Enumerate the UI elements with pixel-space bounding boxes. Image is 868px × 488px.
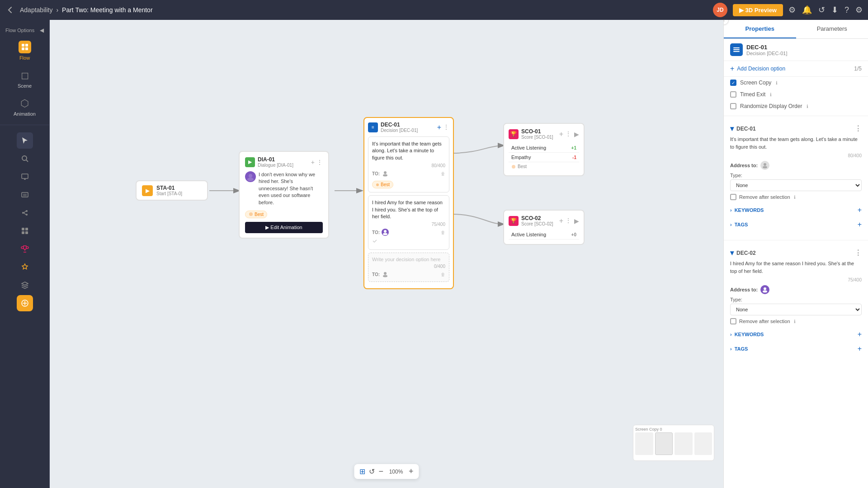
delete-opt1[interactable]: 🗑 xyxy=(441,171,445,176)
delete-opt3[interactable]: 🗑 xyxy=(441,272,445,277)
dec2-tags-expand[interactable]: › TAGS xyxy=(730,343,748,354)
score1-nav[interactable]: ▶ xyxy=(574,131,579,138)
layers-tool[interactable] xyxy=(17,277,33,293)
dec2-keywords-add[interactable]: + xyxy=(858,330,862,338)
dec1-header[interactable]: ▾ DEC-01 ⋮ xyxy=(730,124,862,133)
timed-exit-checkbox[interactable] xyxy=(730,91,736,98)
star-tool[interactable] xyxy=(17,259,33,275)
score-node-2[interactable]: 🏆 SCO-02 Score [SCO-02] + ⋮ ▶ Active Lis… xyxy=(503,210,585,245)
start-node[interactable]: ▶ STA-01 Start [STA-0] xyxy=(136,180,208,201)
randomize-info[interactable]: ℹ xyxy=(807,104,808,109)
randomize-checkbox[interactable] xyxy=(730,103,736,109)
dec1-title-row: ▾ DEC-01 xyxy=(730,124,756,133)
list-tool[interactable] xyxy=(17,187,33,203)
sidebar-item-scene[interactable]: ◻ Scene xyxy=(0,65,49,93)
svg-line-15 xyxy=(24,211,26,213)
decision-actions[interactable]: + ⋮ xyxy=(437,123,449,131)
score1-add[interactable]: + xyxy=(559,130,563,138)
branch-tool[interactable] xyxy=(17,205,33,221)
dec1-tags-expand[interactable]: › TAGS xyxy=(730,219,748,230)
preview-button[interactable]: ▶ 3D Preview xyxy=(733,4,783,16)
svg-point-36 xyxy=(384,272,387,275)
back-button[interactable] xyxy=(5,5,14,14)
add-decision-btn[interactable]: Add Decision option xyxy=(737,66,785,72)
search-tool[interactable] xyxy=(17,150,33,167)
screen-copy-info[interactable]: ℹ xyxy=(776,80,778,85)
add-decision-count: 1/5 xyxy=(854,66,862,72)
right-sidebar-tabs: Properties Parameters xyxy=(724,20,868,39)
decision-title: DEC-01 xyxy=(381,122,418,128)
dec1-keywords-icon: › xyxy=(730,207,732,213)
dec2-header[interactable]: ▾ DEC-02 ⋮ xyxy=(730,249,862,257)
sidebar-item-animation[interactable]: ⬡ Animation xyxy=(0,93,49,121)
grid-tool[interactable] xyxy=(17,223,33,239)
refresh-icon[interactable]: ↺ xyxy=(369,467,375,476)
tab-properties[interactable]: Properties xyxy=(724,20,796,38)
screen-tool[interactable] xyxy=(17,169,33,185)
svg-rect-39 xyxy=(733,47,740,48)
tab-parameters[interactable]: Parameters xyxy=(796,20,868,38)
dec1-keywords-row: › KEYWORDS + xyxy=(730,203,862,217)
screen-copy-checkbox[interactable]: ✓ xyxy=(730,80,736,86)
dec2-menu[interactable]: ⋮ xyxy=(854,249,862,257)
dialogue-actions[interactable]: + ⋮ xyxy=(311,159,323,166)
svg-point-13 xyxy=(26,210,28,212)
zoom-level: 100% xyxy=(387,469,405,475)
settings-icon[interactable]: ⚙ xyxy=(788,5,796,15)
dec2-tags-add[interactable]: + xyxy=(858,345,862,353)
menu-icon[interactable]: ⋮ xyxy=(316,159,323,166)
dec1-remove-info[interactable]: ℹ xyxy=(794,195,796,200)
zoom-out-btn[interactable]: − xyxy=(378,467,383,476)
help-icon[interactable]: ? xyxy=(844,5,849,15)
cursor-tool[interactable] xyxy=(17,132,33,149)
timed-exit-info[interactable]: ℹ xyxy=(770,92,772,97)
prop-node-sub: Decision [DEC-01] xyxy=(746,51,787,56)
decision-option-3[interactable]: Write your decision option here 0/400 TO… xyxy=(368,253,449,282)
dec1-toggle[interactable]: ▾ xyxy=(730,124,734,133)
score2-add[interactable]: + xyxy=(559,217,563,225)
sidebar-item-flow[interactable]: Flow xyxy=(0,36,49,65)
score1-actions[interactable]: + ⋮ xyxy=(559,130,571,138)
dec2-remove-checkbox[interactable] xyxy=(730,318,736,324)
gear-icon[interactable]: ⚙ xyxy=(855,5,863,15)
score-node-1[interactable]: 🏆 SCO-01 Score [SCO-01] + ⋮ ▶ Active Lis… xyxy=(503,123,585,176)
decision-node[interactable]: ≡ DEC-01 Decision [DEC-01] + ⋮ It's impo… xyxy=(363,117,454,289)
dec2-keywords-expand[interactable]: › KEYWORDS xyxy=(730,329,764,340)
dec1-type-select[interactable]: None xyxy=(730,179,862,191)
dec2-remove-info[interactable]: ℹ xyxy=(794,319,796,324)
score2-menu[interactable]: ⋮ xyxy=(565,217,571,225)
dec1-keywords-expand[interactable]: › KEYWORDS xyxy=(730,205,764,216)
dec1-keywords-add[interactable]: + xyxy=(858,206,862,214)
dec2-type-select[interactable]: None xyxy=(730,304,862,315)
dialogue-node[interactable]: ▶ DIA-01 Dialogue [DIA-01] + ⋮ I don't e… xyxy=(239,151,329,239)
connect-tool[interactable] xyxy=(17,295,33,311)
decision-add-icon[interactable]: + xyxy=(437,123,441,131)
dec1-type-label: Type: xyxy=(730,173,862,178)
decision-menu-icon[interactable]: ⋮ xyxy=(443,123,449,131)
dec2-tags-label: TAGS xyxy=(735,346,748,352)
canvas-area[interactable]: ▶ STA-01 Start [STA-0] ▶ DIA-01 Dialogue… xyxy=(50,20,723,488)
score2-nav[interactable]: ▶ xyxy=(574,217,579,225)
sidebar-collapse-btn[interactable]: ◀ xyxy=(40,27,44,33)
zoom-in-btn[interactable]: + xyxy=(409,467,414,476)
add-icon[interactable]: + xyxy=(311,159,315,166)
trophy-tool[interactable] xyxy=(17,241,33,257)
decision-icon: ≡ xyxy=(368,122,378,132)
svg-rect-2 xyxy=(22,47,24,50)
delete-opt2[interactable]: 🗑 xyxy=(441,230,445,235)
score2-actions[interactable]: + ⋮ xyxy=(559,217,571,225)
grid-view-icon[interactable]: ⊞ xyxy=(359,467,365,476)
download-icon[interactable]: ⬇ xyxy=(831,5,838,15)
dec1-tags-add[interactable]: + xyxy=(858,221,862,229)
svg-rect-40 xyxy=(733,49,740,50)
breadcrumb-parent[interactable]: Adaptability xyxy=(20,6,52,14)
score1-menu[interactable]: ⋮ xyxy=(565,130,571,138)
notification-icon[interactable]: 🔔 xyxy=(802,5,812,15)
score-node-2-card: 🏆 SCO-02 Score [SCO-02] + ⋮ ▶ Active Lis… xyxy=(503,210,585,245)
history-icon[interactable]: ↺ xyxy=(818,5,825,15)
edit-animation-button[interactable]: ▶ Edit Animation xyxy=(245,222,323,233)
dec2-toggle[interactable]: ▾ xyxy=(730,249,734,257)
dialogue-node-sub: Dialogue [DIA-01] xyxy=(258,163,293,168)
dec1-menu[interactable]: ⋮ xyxy=(854,124,862,133)
dec1-remove-checkbox[interactable] xyxy=(730,194,736,200)
